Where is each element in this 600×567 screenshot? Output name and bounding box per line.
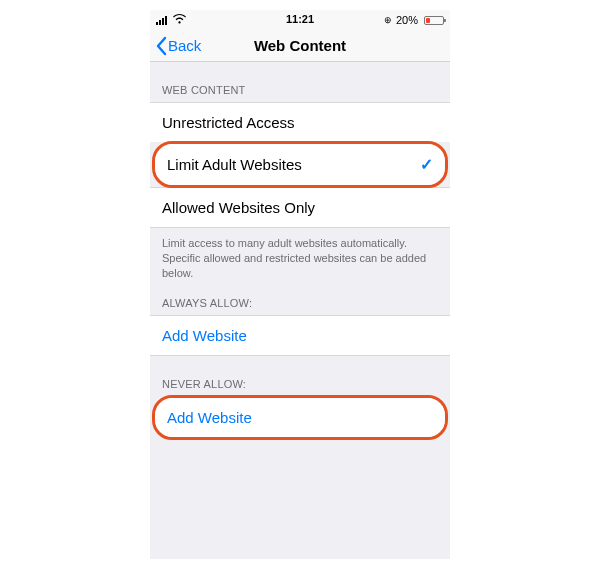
battery-percent: 20% [396, 14, 418, 26]
option-label: Allowed Websites Only [162, 199, 315, 216]
section-header-always-allow: ALWAYS ALLOW: [150, 281, 450, 315]
section-header-web-content: WEB CONTENT [150, 62, 450, 102]
checkmark-icon: ✓ [420, 155, 433, 174]
option-allowed-websites-only[interactable]: Allowed Websites Only [150, 187, 450, 228]
status-bar: 11:21 ⊕ 20% [150, 10, 450, 30]
highlight-limit-adult: Limit Adult Websites ✓ [152, 141, 448, 188]
back-label: Back [168, 37, 201, 54]
link-label: Add Website [167, 409, 252, 426]
option-unrestricted-access[interactable]: Unrestricted Access [150, 102, 450, 142]
back-button[interactable]: Back [150, 36, 201, 56]
cellular-signal-icon [156, 16, 167, 25]
option-limit-adult-websites[interactable]: Limit Adult Websites ✓ [155, 144, 445, 185]
page-title: Web Content [254, 37, 346, 54]
chevron-left-icon [154, 36, 168, 56]
blank-area [150, 439, 450, 559]
phone-screen: 11:21 ⊕ 20% Back Web Content WEB CONTENT… [150, 10, 450, 559]
highlight-never-allow-add: Add Website [152, 395, 448, 440]
web-content-footer: Limit access to many adult websites auto… [150, 228, 450, 281]
web-content-options: Unrestricted Access Limit Adult Websites… [150, 102, 450, 228]
battery-icon [422, 16, 444, 25]
option-label: Limit Adult Websites [167, 156, 302, 173]
wifi-icon [173, 14, 186, 26]
add-website-always-allow[interactable]: Add Website [150, 315, 450, 356]
add-website-never-allow[interactable]: Add Website [155, 398, 445, 437]
orientation-lock-icon: ⊕ [384, 15, 392, 25]
option-label: Unrestricted Access [162, 114, 295, 131]
navigation-bar: Back Web Content [150, 30, 450, 62]
link-label: Add Website [162, 327, 247, 344]
section-header-never-allow: NEVER ALLOW: [150, 356, 450, 396]
status-time: 11:21 [286, 13, 314, 25]
